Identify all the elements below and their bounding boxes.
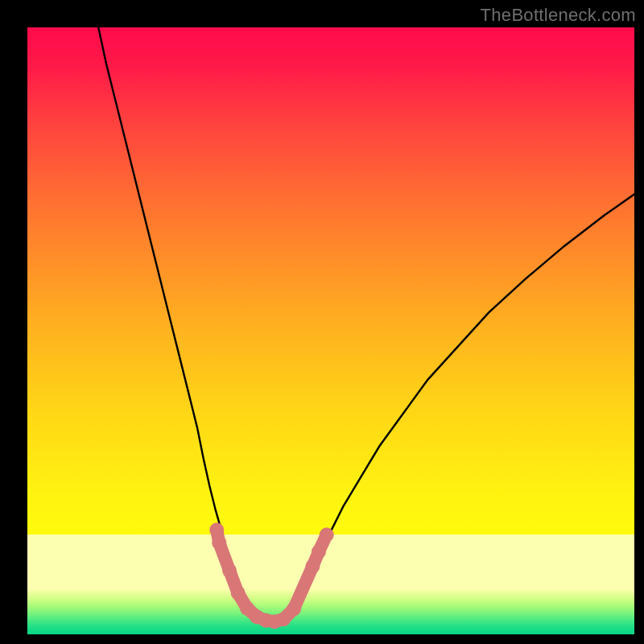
trough-marker-8 (276, 612, 291, 626)
trough-marker-11 (312, 544, 326, 559)
trough-marker-2 (222, 564, 237, 578)
trough-marker-0 (209, 522, 224, 537)
curves-svg (27, 27, 634, 634)
watermark-text: TheBottleneck.com (481, 5, 636, 26)
trough-marker-9 (287, 601, 301, 616)
trough-marker-1 (212, 535, 226, 550)
chart-frame: TheBottleneck.com (0, 0, 644, 644)
right-curve (288, 194, 634, 621)
trough-marker-10 (305, 559, 320, 574)
trough-marker-12 (320, 527, 334, 542)
trough-marker-3 (231, 586, 246, 601)
plot-area (27, 27, 634, 634)
trough-markers (209, 522, 333, 629)
left-curve (98, 27, 261, 621)
